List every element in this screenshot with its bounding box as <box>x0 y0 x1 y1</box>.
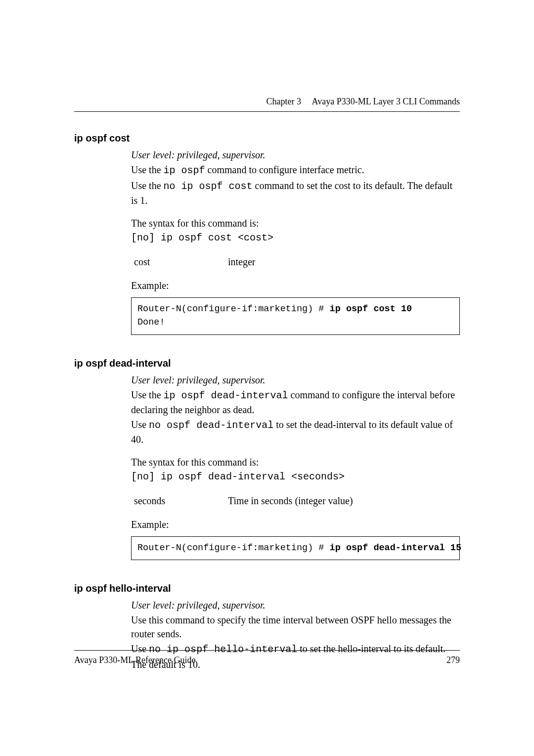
text: command to configure interface metric. <box>205 164 364 175</box>
param-name: cost <box>134 255 228 269</box>
page-number: 279 <box>446 655 460 665</box>
param-desc: Time in seconds (integer value) <box>228 494 460 508</box>
page-header: Chapter 3 Avaya P330-ML Layer 3 CLI Comm… <box>267 96 460 107</box>
example-box: Router-N(configure-if:marketing) # ip os… <box>131 536 460 561</box>
inline-cmd: no ospf dead-interval <box>149 420 273 431</box>
desc-line: Use no ospf dead-interval to set the dea… <box>131 418 460 446</box>
param-row: cost integer <box>134 255 460 269</box>
user-level: User level: privileged, supervisor. <box>131 373 460 387</box>
example-label: Example: <box>131 518 460 531</box>
example-prompt: Router-N(configure-if:marketing) # <box>137 543 330 553</box>
example-box: Router-N(configure-if:marketing) # ip os… <box>131 297 460 335</box>
syntax: [no] ip ospf dead-interval <seconds> <box>131 470 460 484</box>
desc-line: Use the ip ospf command to configure int… <box>131 163 460 178</box>
section-body-dead: User level: privileged, supervisor. Use … <box>131 373 460 561</box>
page: Chapter 3 Avaya P330-ML Layer 3 CLI Comm… <box>0 0 534 756</box>
desc-line: Use no ip ospf hello-interval to set the… <box>131 642 460 657</box>
param-name: seconds <box>134 494 228 508</box>
syntax-label: The syntax for this command is: <box>131 455 460 469</box>
section-heading-cost: ip ospf cost <box>74 133 460 144</box>
inline-cmd: no ip ospf hello-interval <box>149 644 297 655</box>
content: ip ospf cost User level: privileged, sup… <box>74 124 460 672</box>
inline-cmd: no ip ospf cost <box>164 181 253 192</box>
user-level: User level: privileged, supervisor. <box>131 148 460 162</box>
example-label: Example: <box>131 279 460 292</box>
header-rule <box>74 111 460 112</box>
syntax: [no] ip ospf cost <cost> <box>131 231 460 245</box>
example-result: Done! <box>137 317 165 328</box>
text: Use <box>131 419 149 430</box>
desc-line: Use the ip ospf dead-interval command to… <box>131 388 460 417</box>
section-heading-hello: ip ospf hello-interval <box>74 583 460 594</box>
footer-title: Avaya P330-ML Reference Guide <box>74 655 195 665</box>
footer-rule <box>74 650 460 651</box>
text: to set the hello-interval to its default… <box>297 643 445 654</box>
user-level: User level: privileged, supervisor. <box>131 598 460 612</box>
section-heading-dead: ip ospf dead-interval <box>74 358 460 369</box>
text: Use the <box>131 180 164 191</box>
syntax-label: The syntax for this command is: <box>131 216 460 230</box>
header-chapter: Chapter 3 <box>267 96 301 106</box>
header-title: Avaya P330-ML Layer 3 CLI Commands <box>312 96 460 106</box>
example-cmd: ip ospf dead-interval 15 <box>330 543 461 553</box>
inline-cmd: ip ospf dead-interval <box>164 390 288 401</box>
desc-line: Use this command to specify the time int… <box>131 613 460 641</box>
text: Use the <box>131 389 164 400</box>
section-body-cost: User level: privileged, supervisor. Use … <box>131 148 460 335</box>
text: Use <box>131 643 149 654</box>
example-cmd: ip ospf cost 10 <box>330 304 412 314</box>
desc-line: Use the no ip ospf cost command to set t… <box>131 179 460 207</box>
param-row: seconds Time in seconds (integer value) <box>134 494 460 508</box>
param-desc: integer <box>228 255 460 269</box>
text: Use the <box>131 164 164 175</box>
inline-cmd: ip ospf <box>164 165 205 176</box>
example-prompt: Router-N(configure-if:marketing) # <box>137 304 330 314</box>
